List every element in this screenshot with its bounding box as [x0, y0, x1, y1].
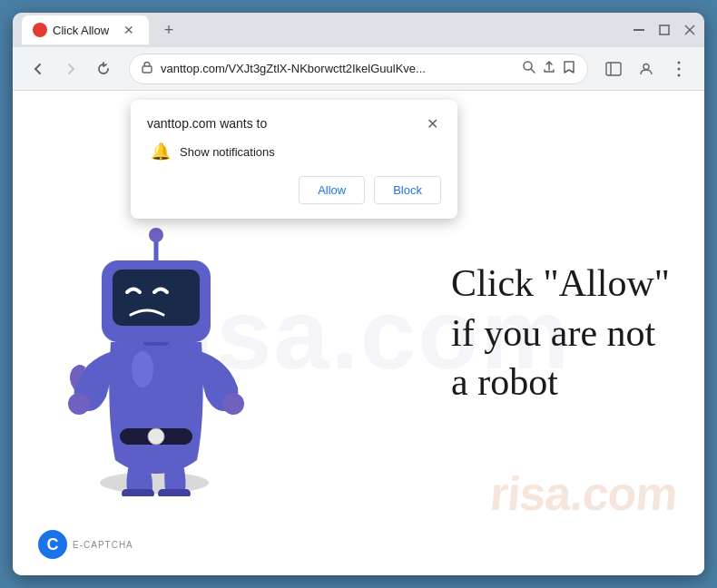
- svg-point-12: [678, 74, 681, 76]
- svg-line-6: [531, 69, 535, 73]
- back-button[interactable]: [24, 54, 53, 83]
- popup-title: vanttop.com wants to: [147, 116, 267, 131]
- svg-rect-0: [634, 29, 644, 31]
- headline-line3: a robot: [451, 358, 670, 407]
- allow-button[interactable]: Allow: [299, 176, 365, 204]
- svg-point-16: [132, 351, 153, 387]
- svg-point-17: [68, 393, 90, 415]
- svg-point-10: [678, 61, 681, 64]
- share-icon[interactable]: [542, 60, 556, 77]
- ecaptcha-icon: C: [38, 530, 67, 559]
- svg-point-15: [148, 428, 164, 445]
- ecaptcha-text: E-CAPTCHA: [73, 540, 133, 550]
- svg-rect-7: [606, 63, 621, 75]
- browser-content: vanttop.com wants to ✕ 🔔 Show notificati…: [13, 91, 704, 575]
- svg-rect-1: [660, 25, 669, 34]
- bookmark-icon[interactable]: [562, 60, 576, 77]
- window-controls: [634, 24, 695, 35]
- title-bar: Click Allow ✕ +: [13, 13, 704, 47]
- popup-close-button[interactable]: ✕: [423, 114, 441, 132]
- browser-window: Click Allow ✕ +: [13, 13, 704, 575]
- svg-point-13: [100, 472, 209, 494]
- ecaptcha-branding: C E-CAPTCHA: [38, 530, 133, 559]
- watermark: risa.com: [487, 466, 679, 521]
- tab-title: Click Allow: [53, 24, 109, 37]
- headline-line2: if you are not: [451, 309, 670, 358]
- page-headline: Click "Allow" if you are not a robot: [451, 259, 670, 407]
- svg-rect-19: [122, 489, 154, 496]
- active-tab[interactable]: Click Allow ✕: [22, 15, 149, 44]
- maximize-button[interactable]: [659, 24, 670, 35]
- popup-notification-text: Show notifications: [180, 145, 275, 159]
- close-button[interactable]: [684, 24, 695, 35]
- new-tab-button[interactable]: +: [156, 17, 182, 43]
- svg-point-11: [678, 67, 681, 70]
- profile-button[interactable]: [632, 54, 661, 83]
- popup-notification-row: 🔔 Show notifications: [147, 142, 441, 162]
- svg-rect-4: [142, 66, 152, 73]
- svg-point-25: [149, 228, 163, 242]
- lock-icon: [141, 61, 153, 76]
- popup-buttons: Allow Block: [147, 176, 441, 204]
- navigation-bar: vanttop.com/VXJt3gZtlX-NKborwctt2IkelGuu…: [13, 47, 704, 91]
- search-icon[interactable]: [522, 60, 536, 77]
- minimize-button[interactable]: [634, 29, 644, 31]
- forward-button[interactable]: [56, 54, 85, 83]
- notification-popup: vanttop.com wants to ✕ 🔔 Show notificati…: [131, 100, 457, 219]
- menu-button[interactable]: [664, 54, 693, 83]
- svg-point-18: [222, 393, 244, 415]
- popup-header: vanttop.com wants to ✕: [147, 114, 441, 132]
- svg-rect-20: [158, 489, 191, 496]
- block-button[interactable]: Block: [374, 176, 441, 204]
- bell-icon: 🔔: [151, 142, 171, 162]
- tab-close-button[interactable]: ✕: [122, 23, 136, 37]
- address-icons: [522, 60, 576, 77]
- address-text: vanttop.com/VXJt3gZtlX-NKborwctt2IkelGuu…: [161, 62, 515, 75]
- address-bar[interactable]: vanttop.com/VXJt3gZtlX-NKborwctt2IkelGuu…: [129, 54, 588, 84]
- headline-line1: Click "Allow": [451, 259, 670, 309]
- tab-favicon: [33, 23, 47, 37]
- svg-rect-23: [113, 270, 200, 326]
- nav-right-icons: [599, 54, 693, 83]
- reload-button[interactable]: [89, 54, 118, 83]
- svg-point-9: [643, 64, 649, 69]
- sidebar-toggle-button[interactable]: [599, 54, 628, 83]
